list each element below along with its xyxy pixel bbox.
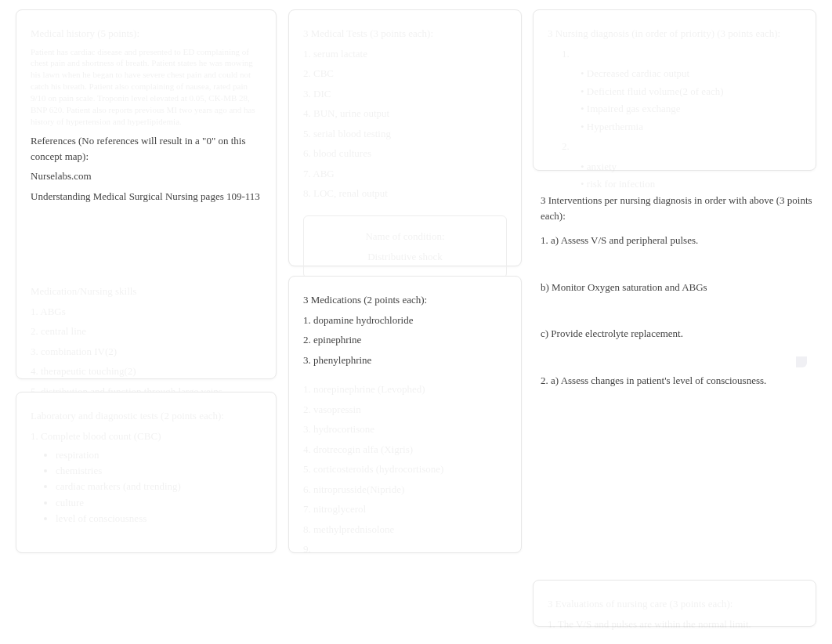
medical-history-para: Patient has cardiac disease and presente… (31, 46, 262, 128)
card-nursing-diagnosis: 3 Nursing diagnosis (in order of priorit… (533, 9, 816, 171)
reference-1: Nurselabs.com (31, 168, 262, 184)
reference-2: Understanding Medical Surgical Nursing p… (31, 189, 262, 204)
eval-1: 1. The V/S and pulses are within the nor… (548, 617, 801, 632)
diag-sub-3: • Impaired gas exchange (581, 101, 801, 117)
test-7: 7. ABG (303, 166, 507, 182)
interventions-heading: 3 Interventions per nursing diagnosis in… (541, 193, 816, 223)
diag-sub-4: • Hyperthermia (581, 119, 801, 135)
lab-sub-4: culture (56, 496, 262, 510)
med-n1: 1. norepinephrine (Levophed) (303, 382, 507, 397)
references-label: References (No references will result in… (31, 133, 262, 164)
diag-1-num: 1. (562, 46, 801, 62)
condition-label: Name of condition: (320, 230, 490, 243)
card-medical-tests: 3 Medical Tests (3 points each): 1. seru… (288, 9, 522, 266)
med-n3: 3. hydrocortisone (303, 421, 507, 437)
med-n8: 8. methylprednisolone (303, 522, 507, 537)
condition-value: Distributive shock (320, 251, 490, 263)
skill-3: 3. combination IV(2) (31, 344, 262, 360)
diag-sub-1: • Decreased cardiac output (581, 66, 801, 81)
page-corner-decor (796, 356, 807, 367)
lab-sub-5: level of consciousness (56, 512, 262, 526)
med-n5: 5. corticosteroids (hydrocortisone) (303, 461, 507, 477)
lab-title: Laboratory and diagnostic tests (2 point… (31, 408, 262, 424)
med-3: 3. phenylephrine (303, 353, 507, 368)
medications-heading: 3 Medications (2 points each): (303, 292, 507, 308)
diag-2-num: 2. (562, 139, 801, 154)
card-interventions: 3 Interventions per nursing diagnosis in… (541, 188, 816, 393)
med-2: 2. epinephrine (303, 332, 507, 348)
diagnosis-title: 3 Nursing diagnosis (in order of priorit… (548, 26, 801, 42)
card-medical-history: Medical history (5 points): Patient has … (16, 9, 277, 379)
test-1: 1. serum lactate (303, 46, 507, 62)
med-n2: 2. vasopressin (303, 402, 507, 418)
medical-history-title: Medical history (5 points): (31, 26, 262, 42)
skill-1: 1. ABGs (31, 304, 262, 320)
diag-sub-2: • Deficient fluid volume(2 of each) (581, 84, 801, 99)
lab-sublist: respiration chemistries cardiac markers … (56, 448, 262, 526)
med-n6: 6. nitroprusside(Nipride) (303, 482, 507, 497)
tests-title: 3 Medical Tests (3 points each): (303, 26, 507, 42)
med-skills-title: Medication/Nursing skills (31, 284, 262, 299)
card-medications: 3 Medications (2 points each): 1. dopami… (288, 276, 522, 553)
card-evaluations: 3 Evaluations of nursing care (3 points … (533, 580, 816, 627)
test-3: 3. DIC (303, 86, 507, 102)
test-8: 8. LOC, renal output (303, 186, 507, 201)
med-n4: 4. drotrecogin alfa (Xigris) (303, 442, 507, 458)
med-1: 1. dopamine hydrochloride (303, 313, 507, 328)
med-n9: 9. (303, 541, 507, 557)
lab-sub-2: chemistries (56, 464, 262, 478)
test-2: 2. CBC (303, 66, 507, 81)
intervention-1b: b) Monitor Oxygen saturation and ABGs (541, 280, 816, 295)
intervention-2a: 2. a) Assess changes in patient's level … (541, 373, 816, 389)
test-4: 4. BUN, urine output (303, 106, 507, 121)
intervention-1a: 1. a) Assess V/S and peripheral pulses. (541, 233, 816, 248)
skill-4: 4. therapeutic touching(2) (31, 364, 262, 379)
test-5: 5. serial blood testing (303, 126, 507, 142)
skill-2: 2. central line (31, 324, 262, 339)
test-6: 6. blood cultures (303, 146, 507, 161)
eval-title: 3 Evaluations of nursing care (3 points … (548, 596, 801, 612)
lab-sub-1: respiration (56, 448, 262, 462)
lab-sub-3: cardiac markers (and trending) (56, 479, 262, 494)
lab-1: 1. Complete blood count (CBC) (31, 429, 262, 444)
intervention-1c: c) Provide electrolyte replacement. (541, 326, 816, 342)
card-lab-tests: Laboratory and diagnostic tests (2 point… (16, 392, 277, 553)
diag-sub-5: • anxiety (581, 159, 801, 175)
med-n7: 7. nitroglycerol (303, 501, 507, 517)
condition-box: Name of condition: Distributive shock (303, 215, 507, 278)
